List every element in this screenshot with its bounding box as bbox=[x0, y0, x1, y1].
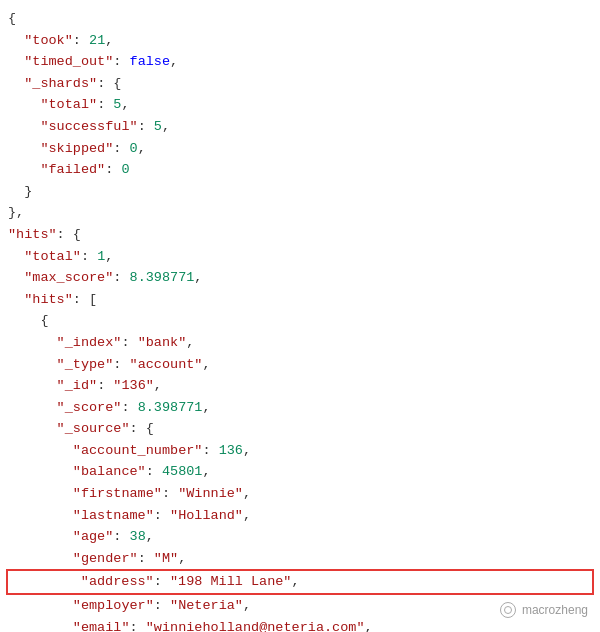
token-str: "balance" bbox=[73, 461, 146, 483]
token-plain bbox=[138, 418, 146, 440]
code-line: { bbox=[0, 8, 600, 30]
code-line: "total": 1, bbox=[0, 246, 600, 268]
token-str: "Neteria" bbox=[170, 595, 243, 617]
token-str: "max_score" bbox=[24, 267, 113, 289]
token-plain bbox=[105, 73, 113, 95]
token-str: "account" bbox=[130, 354, 203, 376]
token-plain bbox=[138, 617, 146, 632]
token-punc: { bbox=[146, 418, 154, 440]
code-line: "account_number": 136, bbox=[0, 440, 600, 462]
token-plain bbox=[121, 51, 129, 73]
token-punc: , bbox=[243, 440, 251, 462]
token-punc: : bbox=[113, 526, 121, 548]
token-plain bbox=[154, 461, 162, 483]
token-num: 1 bbox=[97, 246, 105, 268]
code-line: "_shards": { bbox=[0, 73, 600, 95]
token-num: 0 bbox=[130, 138, 138, 160]
code-line: "age": 38, bbox=[0, 526, 600, 548]
highlighted-code-line: "address": "198 Mill Lane", bbox=[6, 569, 594, 595]
token-plain bbox=[146, 116, 154, 138]
token-punc: , bbox=[178, 548, 186, 570]
token-num: 45801 bbox=[162, 461, 203, 483]
token-plain bbox=[16, 8, 32, 30]
code-line: "gender": "M", bbox=[0, 548, 600, 570]
token-punc: : bbox=[146, 461, 154, 483]
token-punc: , bbox=[138, 138, 146, 160]
code-line: "_source": { bbox=[0, 418, 600, 440]
token-str: "took" bbox=[24, 30, 73, 52]
code-line: "max_score": 8.398771, bbox=[0, 267, 600, 289]
token-str: "lastname" bbox=[73, 505, 154, 527]
token-punc: , bbox=[365, 617, 373, 632]
token-bool: false bbox=[130, 51, 171, 73]
token-str: "email" bbox=[73, 617, 130, 632]
token-punc: { bbox=[40, 310, 48, 332]
token-punc: : bbox=[121, 397, 129, 419]
token-punc: : bbox=[154, 505, 162, 527]
token-str: "age" bbox=[73, 526, 114, 548]
token-punc: , bbox=[291, 571, 299, 593]
token-str: "employer" bbox=[73, 595, 154, 617]
token-punc: : bbox=[154, 571, 162, 593]
token-str: "Holland" bbox=[170, 505, 243, 527]
code-line: } bbox=[0, 181, 600, 203]
token-punc: { bbox=[113, 73, 121, 95]
token-punc: , bbox=[105, 246, 113, 268]
token-punc: : bbox=[130, 617, 138, 632]
token-num: 0 bbox=[121, 159, 129, 181]
token-str: "total" bbox=[24, 246, 81, 268]
token-str: "gender" bbox=[73, 548, 138, 570]
code-line: "total": 5, bbox=[0, 94, 600, 116]
token-punc: , bbox=[146, 526, 154, 548]
token-str: "_shards" bbox=[24, 73, 97, 95]
token-str: "total" bbox=[40, 94, 97, 116]
token-punc: : bbox=[113, 354, 121, 376]
token-punc: : bbox=[73, 30, 81, 52]
token-punc: , bbox=[105, 30, 113, 52]
token-punc: , bbox=[243, 483, 251, 505]
token-str: "_type" bbox=[57, 354, 114, 376]
token-str: "successful" bbox=[40, 116, 137, 138]
token-punc: : bbox=[138, 548, 146, 570]
token-punc: , bbox=[162, 116, 170, 138]
code-line: "_score": 8.398771, bbox=[0, 397, 600, 419]
token-punc: : bbox=[113, 138, 121, 160]
token-str: "firstname" bbox=[73, 483, 162, 505]
token-str: "account_number" bbox=[73, 440, 203, 462]
code-viewer: { "took": 21, "timed_out": false, "_shar… bbox=[0, 0, 600, 632]
watermark: macrozheng bbox=[500, 601, 588, 620]
token-str: "hits" bbox=[8, 224, 57, 246]
token-punc: , bbox=[194, 267, 202, 289]
token-punc: { bbox=[8, 8, 16, 30]
code-line: "balance": 45801, bbox=[0, 461, 600, 483]
token-punc: : bbox=[57, 224, 65, 246]
token-plain bbox=[121, 526, 129, 548]
token-num: 8.398771 bbox=[130, 267, 195, 289]
token-num: 136 bbox=[219, 440, 243, 462]
token-str: "winnieholland@neteria.com" bbox=[146, 617, 365, 632]
token-punc: , bbox=[202, 354, 210, 376]
token-punc: : bbox=[73, 289, 81, 311]
token-plain bbox=[211, 440, 219, 462]
token-plain bbox=[121, 267, 129, 289]
token-punc: : bbox=[97, 94, 105, 116]
token-punc: , bbox=[243, 595, 251, 617]
token-punc: : bbox=[202, 440, 210, 462]
token-num: 38 bbox=[130, 526, 146, 548]
token-plain bbox=[113, 159, 121, 181]
token-num: 21 bbox=[89, 30, 105, 52]
code-line: "firstname": "Winnie", bbox=[0, 483, 600, 505]
token-str: "hits" bbox=[24, 289, 73, 311]
token-punc: : bbox=[162, 483, 170, 505]
token-str: "_score" bbox=[57, 397, 122, 419]
code-line: "skipped": 0, bbox=[0, 138, 600, 160]
token-punc: : bbox=[138, 116, 146, 138]
token-punc: , bbox=[186, 332, 194, 354]
token-plain bbox=[81, 30, 89, 52]
token-plain bbox=[105, 375, 113, 397]
token-punc: : bbox=[97, 73, 105, 95]
token-plain bbox=[105, 94, 113, 116]
token-punc: [ bbox=[89, 289, 97, 311]
token-punc: : bbox=[130, 418, 138, 440]
token-num: 5 bbox=[113, 94, 121, 116]
